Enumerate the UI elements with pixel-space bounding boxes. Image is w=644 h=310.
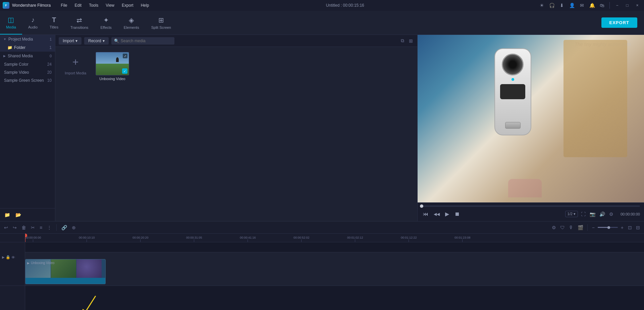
volume-icon[interactable]: 🔊 xyxy=(598,210,606,218)
download-icon[interactable]: ⬇ xyxy=(558,1,566,9)
sun-icon[interactable]: ☀ xyxy=(538,1,546,9)
sidebar-sample-video[interactable]: Sample Video 20 xyxy=(0,68,55,76)
app-name: Wondershare Filmora xyxy=(12,3,51,8)
cut-icon[interactable]: ✂ xyxy=(30,224,36,232)
audio-icon: ♪ xyxy=(31,16,35,24)
window-title: Untitled : 00:00:15:16 xyxy=(326,3,364,8)
sample-green-screen-count: 10 xyxy=(47,78,52,83)
rewind-button[interactable]: ⏮ xyxy=(422,210,430,219)
new-folder-icon[interactable]: 📁 xyxy=(3,211,11,219)
headphone-icon[interactable]: 🎧 xyxy=(548,1,556,9)
toolbar-titles[interactable]: T Titles xyxy=(44,11,64,35)
empty-track-space xyxy=(0,242,25,252)
snap-icon[interactable]: 🔗 xyxy=(60,224,68,232)
sidebar-shared-media[interactable]: ▶ Shared Media 0 xyxy=(0,52,55,60)
fullscreen-icon[interactable]: ⛶ xyxy=(580,210,587,218)
import-media-placeholder[interactable]: + Import Media xyxy=(60,52,91,79)
titlebar-right: ☀ 🎧 ⬇ 👤 ✉ 🔔 🛍 − □ × xyxy=(538,1,641,9)
toolbar-transitions[interactable]: ⇄ Transitions xyxy=(64,11,94,35)
menu-view[interactable]: View xyxy=(102,2,118,9)
shield-icon[interactable]: 🛡 xyxy=(559,224,566,232)
ruler-tick xyxy=(248,239,248,242)
sidebar-project-media[interactable]: ▼ Project Media 1 xyxy=(0,35,55,44)
fit-icon[interactable]: ⊡ xyxy=(627,224,633,232)
sample-color-count: 24 xyxy=(47,62,52,67)
zoom-out-icon[interactable]: − xyxy=(590,224,596,231)
toolbar-media[interactable]: ◫ Media xyxy=(0,11,22,35)
screenshot-icon[interactable]: 📷 xyxy=(589,210,596,218)
timeline-section: ↩ ↪ 🗑 ✂ ≡ ⋮ 🔗 ⊕ ⚙ 🛡 🎙 🎬 − + ⊡ ⊟ xyxy=(0,221,644,310)
speed-selector[interactable]: 1/2 ▾ xyxy=(565,211,578,217)
app-logo: F xyxy=(3,2,9,9)
export-button[interactable]: EXPORT xyxy=(601,17,637,28)
folder-up-icon[interactable]: 📂 xyxy=(14,211,22,219)
preview-timestamp: 00:00:00:00 xyxy=(621,212,640,216)
filter-icon[interactable]: ⧉ xyxy=(400,37,405,45)
play-button[interactable]: ▶ xyxy=(444,209,450,219)
redo-icon[interactable]: ↪ xyxy=(11,224,18,232)
step-back-button[interactable]: ◀◀ xyxy=(432,210,441,218)
mic-icon[interactable]: 🎙 xyxy=(568,224,575,232)
menu-bar: File Edit Tools View Export Help xyxy=(57,2,152,9)
sidebar-folder[interactable]: 📁 Folder 1 xyxy=(0,44,55,52)
mail-icon[interactable]: ✉ xyxy=(578,1,586,9)
media-item-unboxing[interactable]: ⤢ ✓ Unboxing Video xyxy=(96,52,129,81)
timeline-playhead[interactable] xyxy=(25,234,25,242)
shopping-icon[interactable]: 🛍 xyxy=(598,1,606,9)
lock-icon[interactable]: 🔒 xyxy=(6,255,10,259)
timeline-right-icons: ⚙ 🛡 🎙 🎬 − + ⊡ ⊟ xyxy=(550,224,641,232)
toolbar-audio[interactable]: ♪ Audio xyxy=(22,11,44,35)
zoom-slider[interactable] xyxy=(598,227,618,228)
thumb-person xyxy=(116,57,119,62)
menu-tools[interactable]: Tools xyxy=(86,2,102,9)
search-icon: 🔍 xyxy=(114,39,119,43)
ruler-mark: 00:01:23:08 xyxy=(454,236,471,242)
person-icon[interactable]: 👤 xyxy=(568,1,576,9)
undo-icon[interactable]: ↩ xyxy=(3,224,9,232)
elements-label: Elements xyxy=(124,25,139,29)
menu-help[interactable]: Help xyxy=(138,2,153,9)
delete-icon[interactable]: 🗑 xyxy=(20,224,28,232)
ruler-time: 00:00:20:20 xyxy=(132,236,149,239)
camera-button xyxy=(505,122,521,129)
toolbar-effects[interactable]: ✦ Effects xyxy=(94,11,117,35)
more-icon[interactable]: ⋮ xyxy=(46,224,53,232)
progress-handle[interactable] xyxy=(420,204,423,208)
plus-icon: + xyxy=(72,56,79,68)
menu-file[interactable]: File xyxy=(57,2,70,9)
minimize-button[interactable]: − xyxy=(613,1,621,9)
media-search-input[interactable] xyxy=(111,37,174,45)
sidebar-sample-green-screen[interactable]: Sample Green Screen 10 xyxy=(0,76,55,84)
transitions-label: Transitions xyxy=(70,25,88,29)
speed-chevron-icon: ▾ xyxy=(574,212,576,216)
sidebar-sample-color[interactable]: Sample Color 24 xyxy=(0,60,55,68)
sample-video-count: 20 xyxy=(47,70,52,75)
record-button[interactable]: Record ▾ xyxy=(84,37,109,45)
menu-edit[interactable]: Edit xyxy=(71,2,85,9)
settings-icon[interactable]: ⚙ xyxy=(608,210,614,218)
titlebar: F Wondershare Filmora File Edit Tools Vi… xyxy=(0,0,644,11)
audio-label: Audio xyxy=(28,25,38,29)
stop-button[interactable]: ⏹ xyxy=(453,210,461,219)
settings-icon-tl[interactable]: ⚙ xyxy=(550,224,557,232)
zoom-in-icon[interactable]: + xyxy=(619,224,625,231)
close-button[interactable]: × xyxy=(633,1,641,9)
media-icon: ◫ xyxy=(8,16,14,24)
ruler-time: 00:00:41:16 xyxy=(240,236,256,239)
menu-export[interactable]: Export xyxy=(118,2,137,9)
view-toggle-icon[interactable]: ⊞ xyxy=(408,37,414,45)
chevron-right-icon: ▶ xyxy=(3,54,6,58)
bell-icon[interactable]: 🔔 xyxy=(588,1,596,9)
video-clip[interactable]: ▶ Unboxing Video xyxy=(25,259,106,284)
zoom-slider-thumb[interactable] xyxy=(607,226,610,229)
toolbar-split-screen[interactable]: ⊞ Split Screen xyxy=(145,11,177,35)
maximize-button[interactable]: □ xyxy=(623,1,631,9)
import-button[interactable]: Import ▾ xyxy=(59,37,82,45)
toolbar-elements[interactable]: ◈ Elements xyxy=(118,11,145,35)
progress-bar[interactable] xyxy=(422,205,640,207)
crop-icon[interactable]: ≡ xyxy=(38,224,44,232)
split-icon[interactable]: ⊟ xyxy=(635,224,641,232)
magnet-icon[interactable]: ⊕ xyxy=(70,224,77,232)
camera-icon-tl[interactable]: 🎬 xyxy=(576,224,585,232)
eye-icon[interactable]: 👁 xyxy=(11,255,15,259)
